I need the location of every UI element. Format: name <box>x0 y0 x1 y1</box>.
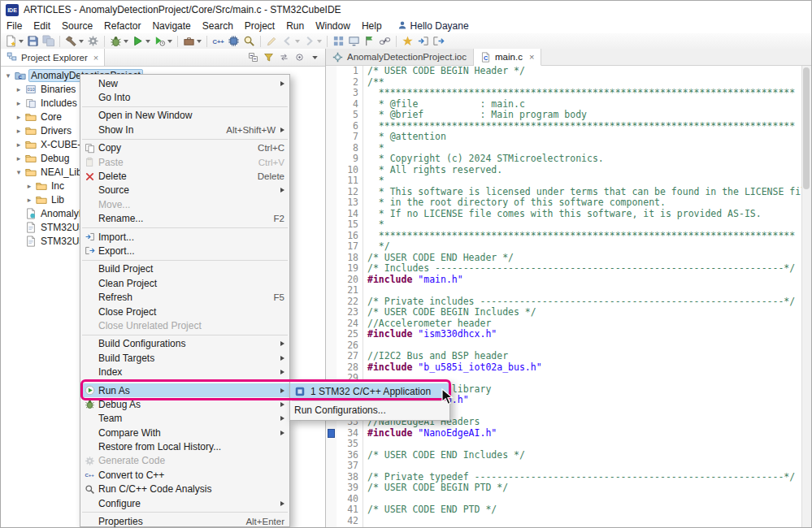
menu-item-move[interactable]: Move... <box>80 197 289 211</box>
menu-item-build-project[interactable]: Build Project <box>80 262 289 276</box>
code-text[interactable]: /* USER CODE BEGIN Header *//** ********… <box>363 66 801 527</box>
menu-item-go-into[interactable]: Go Into <box>80 90 289 104</box>
toolbar-toolbox-button[interactable] <box>181 34 203 49</box>
tree-item-label: Debug <box>39 153 71 164</box>
menu-item-export[interactable]: Export... <box>80 244 289 258</box>
toolbar-chip-button[interactable] <box>226 34 241 49</box>
toolbar-link-button[interactable] <box>377 34 393 49</box>
toolbar-grid-button[interactable] <box>331 34 346 49</box>
toolbar-bug-button[interactable] <box>108 34 130 49</box>
menu-item-team[interactable]: Team <box>80 412 289 426</box>
tree-collapsed-icon[interactable]: ▸ <box>15 127 23 135</box>
menu-item-restore-from-local-history[interactable]: Restore from Local History... <box>80 439 289 453</box>
menu-item-close-unrelated-project[interactable]: Close Unrelated Project <box>80 318 289 332</box>
tree-expanded-icon[interactable]: ▾ <box>4 71 12 80</box>
code-line <box>367 285 801 296</box>
toolbar-search-button[interactable] <box>241 34 257 49</box>
close-tab-icon[interactable]: × <box>529 52 534 62</box>
menu-item-properties[interactable]: PropertiesAlt+Enter <box>80 514 289 528</box>
menu-item-new[interactable]: New <box>80 76 289 90</box>
menu-item-run-c-c-code-analysis[interactable]: Run C/C++ Code Analysis <box>80 483 289 496</box>
scrollbar-thumb[interactable] <box>803 67 810 189</box>
menu-item-rename[interactable]: Rename...F2 <box>80 212 289 226</box>
menu-item-label: Build Targets <box>98 353 154 364</box>
toolbar-export-button[interactable] <box>431 34 446 49</box>
menu-search[interactable]: Search <box>197 19 239 32</box>
toolbar-import-button[interactable] <box>415 34 431 49</box>
tab-project-explorer[interactable]: Project Explorer × <box>1 49 105 66</box>
tree-collapsed-icon[interactable]: ▸ <box>15 154 23 162</box>
toolbar-arrow-left-button[interactable] <box>280 34 302 49</box>
toolbar-profile-button[interactable] <box>152 34 174 49</box>
menu-item-copy[interactable]: CopyCtrl+C <box>80 141 289 155</box>
code-line: * @attention <box>367 132 801 143</box>
menu-project[interactable]: Project <box>239 19 280 32</box>
collapse-all-button[interactable] <box>248 52 258 63</box>
toolbar-pencil-button[interactable] <box>264 34 280 49</box>
menu-window[interactable]: Window <box>310 19 356 32</box>
code-line: //I2C2 Bus and BSP header <box>367 351 801 362</box>
menu-item-label: Move... <box>98 199 130 210</box>
menu-navigate[interactable]: Navigate <box>146 19 196 32</box>
tree-collapsed-icon[interactable]: ▸ <box>25 196 33 204</box>
menu-item-convert-to-c[interactable]: C++Convert to C++ <box>80 468 289 482</box>
menu-item-compare-with[interactable]: Compare With <box>80 426 289 439</box>
tree-collapsed-icon[interactable]: ▸ <box>25 182 33 190</box>
toolbar-play-button[interactable] <box>130 34 152 49</box>
menu-item-debug-as[interactable]: Debug As <box>80 397 289 411</box>
menu-item-close-project[interactable]: Close Project <box>80 305 289 318</box>
menu-item-generate-code[interactable]: Generate Code <box>80 454 289 468</box>
submenu-item-1-stm32-c-c-application[interactable]: 1 STM32 C/C++ Application <box>290 383 449 400</box>
menu-item-clean-project[interactable]: Clean Project <box>80 276 289 290</box>
menu-item-index[interactable]: Index <box>80 365 289 379</box>
tree-collapsed-icon[interactable]: ▸ <box>15 99 23 107</box>
editor-tab-main-c[interactable]: Cmain.c× <box>474 49 541 66</box>
menu-refactor[interactable]: Refactor <box>98 19 146 32</box>
editor-scrollbar[interactable] <box>801 66 811 527</box>
menu-item-refresh[interactable]: RefreshF5 <box>80 290 289 304</box>
editor-tab-anomalydetectionproject-ioc[interactable]: AnomalyDetectionProject.ioc <box>326 49 474 65</box>
menu-item-run-as[interactable]: Run As <box>80 383 289 397</box>
line-number: 20 <box>337 275 358 286</box>
menu-edit[interactable]: Edit <box>28 19 56 32</box>
menu-item-configure[interactable]: Configure <box>80 496 289 510</box>
menu-file[interactable]: File <box>1 19 28 32</box>
toolbar-floppy-all-button[interactable] <box>41 34 56 49</box>
arrow-right-icon <box>303 35 315 47</box>
tree-expanded-icon[interactable]: ▾ <box>15 168 23 176</box>
menu-item-delete[interactable]: DeleteDelete <box>80 169 289 183</box>
menu-item-source[interactable]: Source <box>80 184 289 197</box>
toolbar-floppy-button[interactable] <box>25 34 41 49</box>
tree-collapsed-icon[interactable]: ▸ <box>15 141 23 149</box>
toolbar-cpp-button[interactable]: C++ <box>211 34 226 49</box>
submenu-item-run-configurations[interactable]: Run Configurations... <box>290 402 449 418</box>
menu-item-build-configurations[interactable]: Build Configurations <box>80 337 289 351</box>
toolbar-flag-button[interactable] <box>362 34 377 49</box>
filter-button[interactable] <box>263 52 274 63</box>
toolbar-monitor-button[interactable] <box>346 34 362 49</box>
folder-icon <box>25 167 37 178</box>
menu-item-import[interactable]: Import... <box>80 230 289 244</box>
toolbar-arrow-right-button[interactable] <box>302 34 323 49</box>
toolbar-doc-new-button[interactable] <box>3 34 25 49</box>
link-editor-button[interactable] <box>279 52 289 63</box>
toolbar-separator <box>177 36 178 47</box>
monitor-icon <box>348 35 360 47</box>
menu-source[interactable]: Source <box>56 19 98 32</box>
view-menu-button[interactable] <box>310 52 320 63</box>
menu-item-show-in[interactable]: Show InAlt+Shift+W <box>80 123 289 136</box>
menu-item-open-in-new-window[interactable]: Open in New Window <box>80 109 289 123</box>
focus-button[interactable] <box>294 52 305 63</box>
toolbar-wand-button[interactable] <box>400 34 415 49</box>
menu-item-build-targets[interactable]: Build Targets <box>80 351 289 365</box>
close-view-icon[interactable]: × <box>93 53 98 63</box>
menu-item-paste[interactable]: PasteCtrl+V <box>80 155 289 169</box>
tree-collapsed-icon[interactable]: ▸ <box>15 85 23 93</box>
toolbar-hammer-button[interactable] <box>63 34 85 49</box>
line-number: 27 <box>337 351 358 362</box>
menu-help[interactable]: Help <box>356 19 388 32</box>
menu-run[interactable]: Run <box>280 19 310 32</box>
tree-collapsed-icon[interactable]: ▸ <box>15 113 23 121</box>
code-editor[interactable]: 1234567891011121314151617181920212223242… <box>326 66 811 527</box>
toolbar-gear-button[interactable] <box>85 34 101 49</box>
